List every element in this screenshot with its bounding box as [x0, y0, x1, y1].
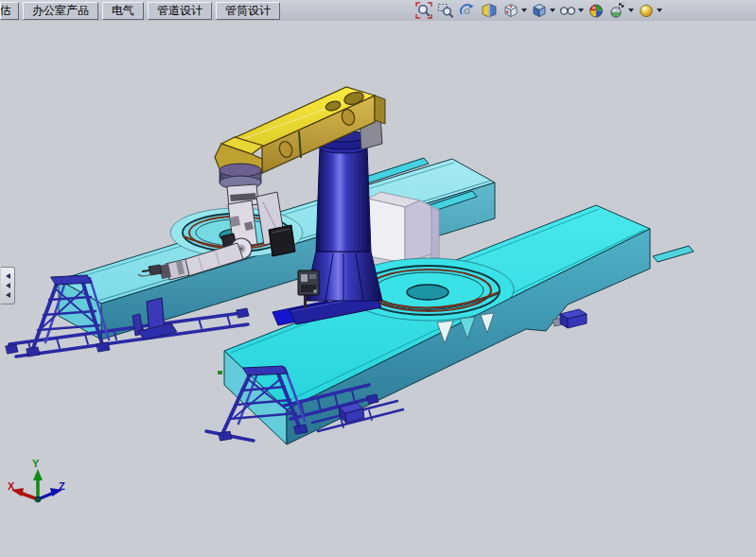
hide-show-items-dropdown[interactable]	[578, 9, 584, 12]
hide-show-items-button[interactable]	[558, 1, 577, 20]
command-tab-office-products[interactable]: 办公室产品	[23, 2, 98, 20]
zoom-to-fit-button[interactable]	[414, 1, 433, 20]
left-arrow-icon	[6, 292, 10, 298]
command-tab-tubing-design[interactable]: 管筒设计	[216, 2, 280, 20]
apply-scene-button[interactable]	[608, 1, 627, 20]
section-view-icon	[481, 2, 498, 19]
section-view-button[interactable]	[480, 1, 499, 20]
hide-show-items-icon	[559, 2, 576, 19]
view-toolbar	[414, 0, 662, 21]
apply-scene-dropdown[interactable]	[628, 9, 634, 12]
top-toolbar: 估 办公室产品 电气 管道设计 管筒设计	[0, 0, 756, 22]
display-style-button[interactable]	[530, 1, 549, 20]
triad-y-label: Y	[32, 458, 40, 469]
display-style-group	[530, 1, 555, 20]
edit-appearance-button[interactable]	[587, 1, 606, 20]
triad-z-label: Z	[59, 480, 65, 492]
graphics-viewport[interactable]: X Y Z	[0, 21, 756, 557]
command-tab-electrical[interactable]: 电气	[102, 2, 144, 20]
left-arrow-icon	[6, 283, 10, 288]
display-style-dropdown[interactable]	[550, 9, 555, 12]
command-tab-partial[interactable]: 估	[0, 2, 19, 20]
zoom-to-fit-icon	[415, 2, 432, 19]
hide-show-group	[558, 1, 584, 20]
view-settings-group	[637, 1, 662, 20]
rotate-view-icon	[459, 2, 476, 19]
model-scene[interactable]: X Y Z	[0, 21, 756, 557]
display-style-icon	[531, 2, 548, 19]
expand-feature-panel-button[interactable]	[1, 267, 15, 305]
triad-x-label: X	[8, 480, 15, 492]
view-orientation-group	[501, 1, 527, 20]
view-orientation-dropdown[interactable]	[521, 9, 527, 12]
zoom-to-area-icon	[437, 2, 454, 19]
view-settings-button[interactable]	[637, 1, 656, 20]
apply-scene-group	[608, 1, 634, 20]
view-settings-dropdown[interactable]	[657, 9, 662, 12]
orientation-triad: X Y Z	[8, 458, 65, 502]
zoom-to-area-button[interactable]	[436, 1, 455, 20]
view-orientation-icon	[502, 2, 519, 19]
view-orientation-button[interactable]	[501, 1, 520, 20]
view-settings-icon	[638, 2, 655, 19]
apply-scene-icon	[609, 2, 626, 19]
command-tab-piping-design[interactable]: 管道设计	[148, 2, 212, 20]
rotate-view-button[interactable]	[458, 1, 477, 20]
edit-appearance-icon	[588, 2, 605, 19]
column-control-box[interactable]	[298, 270, 319, 308]
command-tabstrip: 估 办公室产品 电气 管道设计 管筒设计	[0, 0, 282, 21]
left-arrow-icon	[6, 273, 10, 279]
